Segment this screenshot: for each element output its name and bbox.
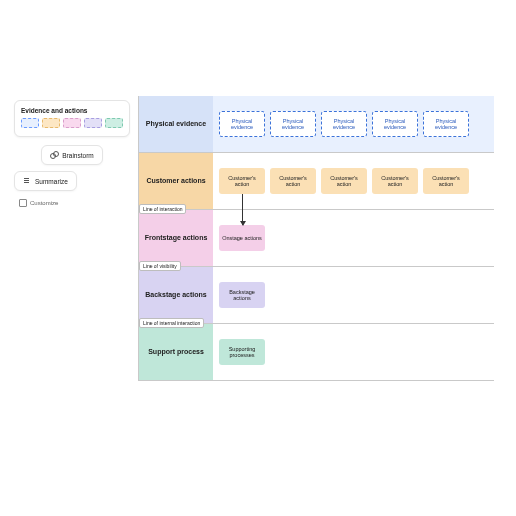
evidence-card[interactable]: Physical evidence	[270, 111, 316, 137]
customer-card[interactable]: Customer's action	[372, 168, 418, 194]
side-panel: Evidence and actions Brainstorm Summariz…	[14, 100, 130, 215]
row-support: Support processSupporting processes	[139, 324, 494, 381]
palette-title: Evidence and actions	[21, 107, 123, 114]
row-body-frontstage[interactable]: Onstage actions	[213, 210, 494, 266]
service-blueprint[interactable]: Physical evidencePhysical evidencePhysic…	[138, 96, 494, 381]
row-label-evidence: Physical evidence	[139, 96, 213, 152]
customize-label: Customize	[30, 200, 58, 206]
customer-card[interactable]: Customer's action	[219, 168, 265, 194]
palette-swatches	[21, 118, 123, 128]
divider-customer: Line of interaction	[139, 204, 186, 214]
row-body-customer[interactable]: Customer's actionCustomer's actionCustom…	[213, 153, 494, 209]
summarize-button[interactable]: Summarize	[14, 171, 77, 191]
row-body-evidence[interactable]: Physical evidencePhysical evidencePhysic…	[213, 96, 494, 152]
row-frontstage: Frontstage actionsOnstage actionsLine of…	[139, 210, 494, 267]
swatch-customer[interactable]	[42, 118, 60, 128]
connector-arrow	[242, 194, 243, 225]
row-body-support[interactable]: Supporting processes	[213, 324, 494, 380]
customer-card[interactable]: Customer's action	[270, 168, 316, 194]
swatch-backstage[interactable]	[84, 118, 102, 128]
row-label-backstage: Backstage actions	[139, 267, 213, 323]
customize-button[interactable]: Customize	[14, 197, 62, 209]
swatch-support[interactable]	[105, 118, 123, 128]
divider-backstage: Line of internal interaction	[139, 318, 204, 328]
brainstorm-icon	[50, 151, 58, 159]
summarize-label: Summarize	[35, 178, 68, 185]
swatch-frontstage[interactable]	[63, 118, 81, 128]
divider-frontstage: Line of visibility	[139, 261, 181, 271]
swatch-evidence[interactable]	[21, 118, 39, 128]
row-label-frontstage: Frontstage actions	[139, 210, 213, 266]
row-body-backstage[interactable]: Backstage actions	[213, 267, 494, 323]
frontstage-card[interactable]: Onstage actions	[219, 225, 265, 251]
customer-card[interactable]: Customer's action	[321, 168, 367, 194]
canvas: Evidence and actions Brainstorm Summariz…	[0, 0, 516, 516]
row-label-customer: Customer actions	[139, 153, 213, 209]
row-backstage: Backstage actionsBackstage actionsLine o…	[139, 267, 494, 324]
summarize-icon	[23, 177, 31, 185]
row-evidence: Physical evidencePhysical evidencePhysic…	[139, 96, 494, 153]
row-customer: Customer actionsCustomer's actionCustome…	[139, 153, 494, 210]
brainstorm-label: Brainstorm	[62, 152, 93, 159]
customer-card[interactable]: Customer's action	[423, 168, 469, 194]
customize-icon	[18, 199, 26, 207]
evidence-card[interactable]: Physical evidence	[423, 111, 469, 137]
evidence-card[interactable]: Physical evidence	[372, 111, 418, 137]
backstage-card[interactable]: Backstage actions	[219, 282, 265, 308]
row-label-support: Support process	[139, 324, 213, 380]
palette-card: Evidence and actions	[14, 100, 130, 137]
brainstorm-button[interactable]: Brainstorm	[41, 145, 102, 165]
support-card[interactable]: Supporting processes	[219, 339, 265, 365]
evidence-card[interactable]: Physical evidence	[219, 111, 265, 137]
evidence-card[interactable]: Physical evidence	[321, 111, 367, 137]
